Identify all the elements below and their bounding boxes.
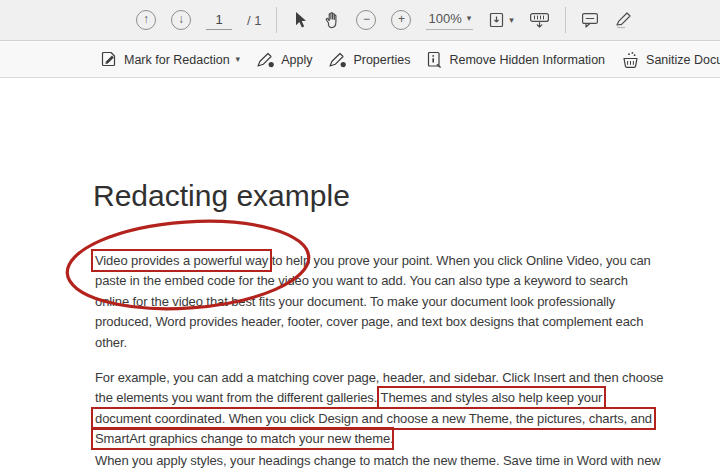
text-segment: the elements you want from the different… (95, 390, 381, 405)
redaction-toolbar: Mark for Redaction ▾ Apply Properties (0, 42, 720, 78)
toolbar-divider (276, 7, 277, 33)
zoom-out-button[interactable]: − (356, 10, 376, 30)
page-display-options-button[interactable]: ▾ (488, 12, 514, 29)
select-tool-button[interactable] (292, 11, 307, 29)
remove-hidden-information-label: Remove Hidden Information (449, 53, 605, 67)
chevron-down-icon: ▾ (236, 55, 241, 64)
properties-label: Properties (353, 53, 410, 67)
text-segment: For example, you can add a matching cove… (95, 370, 663, 385)
fill-sign-tool-button[interactable] (614, 11, 632, 29)
text-segment: to help you prove your point. When you c… (268, 253, 651, 268)
document-title: Redacting example (93, 179, 350, 213)
zoom-level-value: 100% (428, 11, 461, 26)
text-line: the elements you want from the different… (95, 388, 663, 408)
next-page-button[interactable]: ↓ (171, 10, 191, 30)
page-number-input[interactable] (206, 10, 232, 30)
chevron-down-icon: ▾ (467, 14, 472, 23)
comment-bubble-icon (581, 12, 599, 29)
redaction-mark[interactable]: document coordinated. When you click Des… (95, 411, 652, 426)
apply-label: Apply (281, 53, 312, 67)
mark-for-redaction-label: Mark for Redaction (124, 53, 230, 67)
paragraph: When you apply styles, your headings cha… (95, 451, 661, 471)
red-circle-annotation (60, 216, 318, 315)
scrolling-mode-button[interactable] (529, 12, 550, 29)
toolbar-divider (565, 7, 566, 33)
apply-redactions-button[interactable]: Apply (256, 52, 312, 68)
pen-dot-icon (256, 52, 275, 68)
fit-width-icon (529, 12, 550, 29)
chevron-down-icon: ▾ (509, 16, 514, 25)
pen-dot-icon (328, 52, 347, 68)
fit-page-icon (488, 12, 505, 29)
redaction-properties-button[interactable]: Properties (328, 52, 410, 68)
text-line: When you apply styles, your headings cha… (95, 451, 661, 471)
text-line: SmartArt graphics change to match your n… (95, 429, 663, 449)
text-segment: produced, Word provides header, footer, … (95, 314, 643, 329)
acrobat-window: ↑ ↓ / 1 − + 100% ▾ ▾ (0, 0, 720, 474)
remove-hidden-information-button[interactable]: Remove Hidden Information (426, 51, 605, 69)
document-pencil-icon (100, 51, 118, 69)
sanitize-document-button[interactable]: Sanitize Document (621, 51, 720, 69)
page-total-label: / 1 (247, 13, 261, 28)
previous-page-button[interactable]: ↑ (136, 10, 156, 30)
text-segment: . (390, 431, 394, 446)
hand-icon (322, 11, 341, 30)
comment-tool-button[interactable] (581, 12, 599, 29)
main-toolbar: ↑ ↓ / 1 − + 100% ▾ ▾ (0, 0, 720, 41)
cursor-icon (292, 11, 307, 29)
text-line: produced, Word provides header, footer, … (95, 312, 651, 332)
document-info-icon (426, 51, 443, 69)
text-line: For example, you can add a matching cove… (95, 368, 663, 388)
hand-tool-button[interactable] (322, 11, 341, 30)
text-line: document coordinated. When you click Des… (95, 409, 663, 429)
text-line: other. (95, 333, 651, 353)
text-segment: other. (95, 335, 127, 350)
text-segment: When you apply styles, your headings cha… (95, 453, 661, 468)
paragraph: For example, you can add a matching cove… (95, 368, 663, 450)
pen-icon (614, 11, 632, 29)
zoom-level-dropdown[interactable]: 100% ▾ (426, 11, 473, 30)
mark-for-redaction-button[interactable]: Mark for Redaction ▾ (100, 51, 240, 69)
pdf-page: Redacting example Video provides a power… (0, 79, 720, 474)
redaction-mark[interactable]: SmartArt graphics change to match your n… (95, 431, 390, 446)
redaction-mark[interactable]: Themes and styles also help keep your (381, 390, 603, 405)
sanitize-document-label: Sanitize Document (646, 53, 720, 67)
sanitize-basket-icon (621, 51, 640, 69)
zoom-in-button[interactable]: + (391, 10, 411, 30)
